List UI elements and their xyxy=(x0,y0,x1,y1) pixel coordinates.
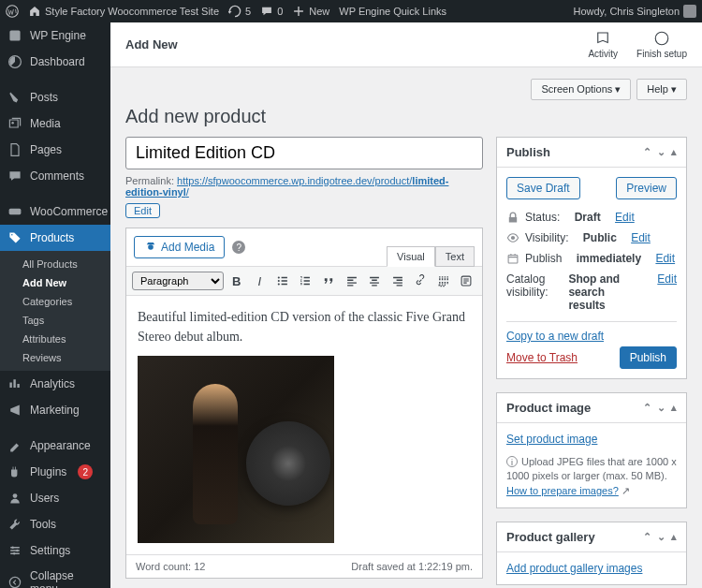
admin-sidebar: WP Engine Dashboard Posts Media Pages Co… xyxy=(0,22,110,588)
submenu-categories[interactable]: Categories xyxy=(0,292,110,311)
finish-setup-link[interactable]: Finish setup xyxy=(636,30,687,59)
numlist-button[interactable] xyxy=(296,271,316,291)
activity-link[interactable]: Activity xyxy=(588,30,618,59)
preview-button[interactable]: Preview xyxy=(616,177,677,199)
trash-link[interactable]: Move to Trash xyxy=(506,351,578,364)
product-image-preview[interactable] xyxy=(138,356,334,543)
quote-button[interactable] xyxy=(318,271,339,291)
menu-posts[interactable]: Posts xyxy=(0,84,110,110)
menu-wpengine[interactable]: WP Engine xyxy=(0,22,110,49)
menu-pages[interactable]: Pages xyxy=(0,137,110,163)
alignleft-button[interactable] xyxy=(342,271,362,291)
product-gallery-box: Product gallery⌃⌄▴ Add product gallery i… xyxy=(496,522,687,585)
wpengine-quicklinks[interactable]: WP Engine Quick Links xyxy=(339,6,446,17)
submenu-tags[interactable]: Tags xyxy=(0,311,110,330)
publish-box: Publish⌃⌄▴ Save Draft Preview Status: Dr… xyxy=(496,137,687,379)
add-media-button[interactable]: Add Media xyxy=(134,236,225,258)
svg-point-12 xyxy=(148,244,154,250)
submenu-all-products[interactable]: All Products xyxy=(0,255,110,273)
comments-count[interactable]: 0 xyxy=(260,5,283,18)
save-draft-button[interactable]: Save Draft xyxy=(506,177,580,199)
content-editor[interactable]: Beautiful limited-edition CD version of … xyxy=(126,296,482,554)
more-button[interactable] xyxy=(433,271,454,291)
menu-plugins[interactable]: Plugins2 xyxy=(0,459,110,485)
help-icon[interactable]: ? xyxy=(232,241,245,254)
page-title: Add new product xyxy=(125,106,687,127)
new-content[interactable]: New xyxy=(292,5,329,18)
menu-products[interactable]: Products xyxy=(0,225,110,251)
chevron-down-icon[interactable]: ⌄ xyxy=(657,146,665,158)
svg-rect-4 xyxy=(9,209,22,214)
caret-up-icon[interactable]: ▴ xyxy=(671,146,677,158)
svg-rect-1 xyxy=(9,30,20,40)
submenu-reviews[interactable]: Reviews xyxy=(0,348,110,367)
word-count: Word count: 12 xyxy=(136,561,205,572)
product-title-input[interactable] xyxy=(125,137,483,169)
chevron-up-icon[interactable]: ⌃ xyxy=(643,146,651,158)
submenu-attributes[interactable]: Attributes xyxy=(0,330,110,348)
page-topbar: Add New Activity Finish setup xyxy=(110,22,702,67)
prepare-images-link[interactable]: How to prepare images? xyxy=(506,485,619,496)
svg-point-6 xyxy=(13,493,18,498)
menu-comments[interactable]: Comments xyxy=(0,163,110,189)
permalink-row: Permalink: https://sfpwoocommerce.wp.ind… xyxy=(125,175,483,198)
user-greeting[interactable]: Howdy, Chris Singleton xyxy=(573,5,696,18)
svg-point-3 xyxy=(11,122,13,124)
site-name[interactable]: Style Factory Woocommerce Test Site xyxy=(28,5,219,18)
svg-point-9 xyxy=(13,552,15,554)
svg-point-17 xyxy=(511,236,515,240)
bullist-button[interactable] xyxy=(272,271,293,291)
product-image-box: Product image⌃⌄▴ Set product image iUplo… xyxy=(496,392,687,508)
admin-bar: Style Factory Woocommerce Test Site 5 0 … xyxy=(0,0,702,22)
bold-button[interactable]: B xyxy=(227,271,247,291)
editor-toolbar: Paragraph B I xyxy=(126,267,482,296)
permalink-link[interactable]: https://sfpwoocommerce.wp.indigotree.dev… xyxy=(125,175,448,198)
tab-visual[interactable]: Visual xyxy=(387,246,435,267)
info-icon: i xyxy=(506,456,518,467)
menu-settings[interactable]: Settings xyxy=(0,537,110,564)
menu-users[interactable]: Users xyxy=(0,485,110,511)
menu-woocommerce[interactable]: WooCommerce xyxy=(0,198,110,225)
wp-logo-icon[interactable] xyxy=(6,5,19,18)
permalink-edit-button[interactable]: Edit xyxy=(125,203,160,218)
copy-draft-link[interactable]: Copy to a new draft xyxy=(506,330,604,343)
tab-text[interactable]: Text xyxy=(435,246,475,267)
alignright-button[interactable] xyxy=(388,271,408,291)
draft-status: Draft saved at 1:22:19 pm. xyxy=(351,561,473,572)
svg-point-8 xyxy=(16,550,18,551)
svg-rect-18 xyxy=(508,256,518,263)
edit-publish-link[interactable]: Edit xyxy=(655,252,675,265)
submenu-add-new[interactable]: Add New xyxy=(0,273,110,292)
add-gallery-link[interactable]: Add product gallery images xyxy=(506,562,642,575)
menu-tools[interactable]: Tools xyxy=(0,511,110,537)
menu-appearance[interactable]: Appearance xyxy=(0,433,110,459)
set-product-image-link[interactable]: Set product image xyxy=(506,433,597,446)
menu-dashboard[interactable]: Dashboard xyxy=(0,49,110,75)
menu-marketing[interactable]: Marketing xyxy=(0,397,110,423)
svg-point-7 xyxy=(11,547,13,549)
topbar-title: Add New xyxy=(125,37,178,51)
publish-button[interactable]: Publish xyxy=(620,346,677,369)
svg-point-15 xyxy=(278,283,280,285)
link-button[interactable] xyxy=(410,271,431,291)
help-button[interactable]: Help ▾ xyxy=(636,79,687,100)
menu-collapse[interactable]: Collapse menu xyxy=(0,564,110,588)
edit-status-link[interactable]: Edit xyxy=(615,211,635,224)
edit-visibility-link[interactable]: Edit xyxy=(631,231,651,244)
svg-point-14 xyxy=(278,280,280,282)
edit-catalog-link[interactable]: Edit xyxy=(657,272,677,286)
aligncenter-button[interactable] xyxy=(364,271,385,291)
italic-button[interactable]: I xyxy=(250,271,271,291)
avatar xyxy=(683,5,696,18)
updates[interactable]: 5 xyxy=(228,5,251,18)
menu-analytics[interactable]: Analytics xyxy=(0,371,110,397)
toolbar-toggle-button[interactable] xyxy=(456,271,476,291)
main-content: Add New Activity Finish setup Screen Opt… xyxy=(110,22,702,588)
svg-point-13 xyxy=(278,276,280,278)
plugins-badge: 2 xyxy=(78,464,93,479)
screen-options-button[interactable]: Screen Options ▾ xyxy=(531,79,631,100)
menu-media[interactable]: Media xyxy=(0,110,110,137)
products-submenu: All Products Add New Categories Tags Att… xyxy=(0,251,110,371)
svg-point-10 xyxy=(9,577,20,587)
format-select[interactable]: Paragraph xyxy=(132,272,224,290)
